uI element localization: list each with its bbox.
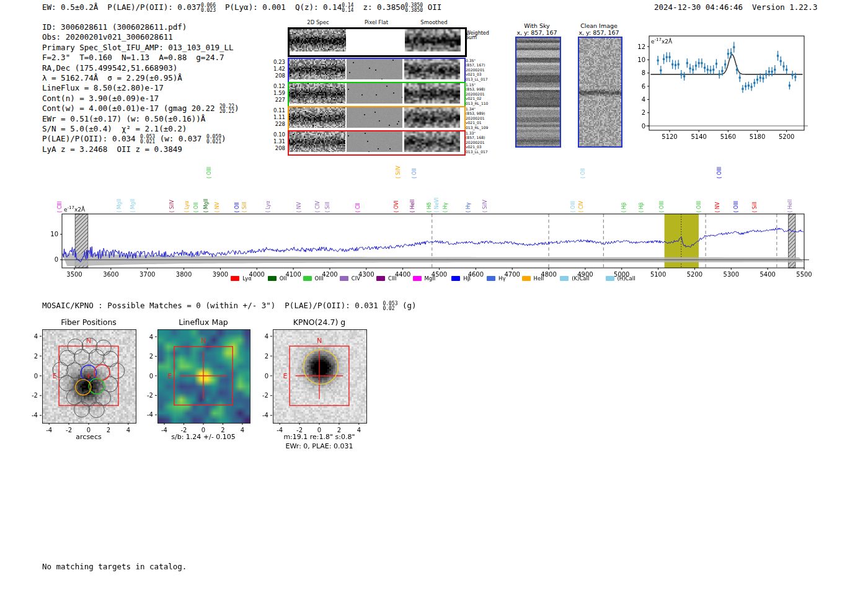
elixer-report-page: EW: 0.5±0.2Å P(LAE)/P(OII): 0.0370.0660.… (0, 0, 868, 591)
footer-line-1: No matching targets in catalog. (42, 562, 187, 572)
svg-text:2: 2 (149, 353, 153, 360)
fiber-image (43, 330, 136, 423)
svg-text:4: 4 (126, 427, 130, 433)
svg-text:-2: -2 (147, 392, 153, 399)
kpno-image-frame (273, 329, 367, 424)
svg-text:-2: -2 (262, 392, 268, 399)
lineflux-title: Lineflux Map (148, 318, 259, 327)
cutout-panels: Fiber Positions-4-4-2-2002244NEarcsecsLi… (0, 0, 868, 591)
svg-text:2: 2 (34, 353, 38, 360)
svg-text:-4: -4 (147, 411, 153, 418)
svg-text:-2: -2 (32, 392, 38, 399)
footer-notes: No matching targets in catalog. Row inte… (42, 543, 187, 591)
lineflux-image (158, 330, 250, 423)
svg-text:-4: -4 (262, 412, 268, 419)
svg-text:0: 0 (34, 373, 38, 380)
svg-text:0: 0 (149, 373, 153, 380)
kpno-caption: EWr: 0, PLAE: 0.031 (251, 442, 388, 450)
fiber-title: Fiber Positions (33, 318, 144, 327)
lineflux-image-frame (157, 329, 250, 424)
svg-text:4: 4 (265, 333, 268, 340)
fiber-xlabel: arcsecs (51, 433, 126, 441)
svg-text:-4: -4 (32, 412, 38, 419)
svg-text:2: 2 (265, 353, 268, 360)
fiber-image-frame (42, 329, 136, 424)
svg-text:4: 4 (34, 333, 38, 340)
svg-text:0: 0 (265, 373, 268, 380)
svg-text:4: 4 (149, 334, 153, 340)
kpno-image (273, 330, 366, 423)
kpno-caption: m:19.1 re:1.8" s:0.8" (251, 433, 388, 441)
kpno-title: KPNO(24.7) g (264, 318, 375, 327)
